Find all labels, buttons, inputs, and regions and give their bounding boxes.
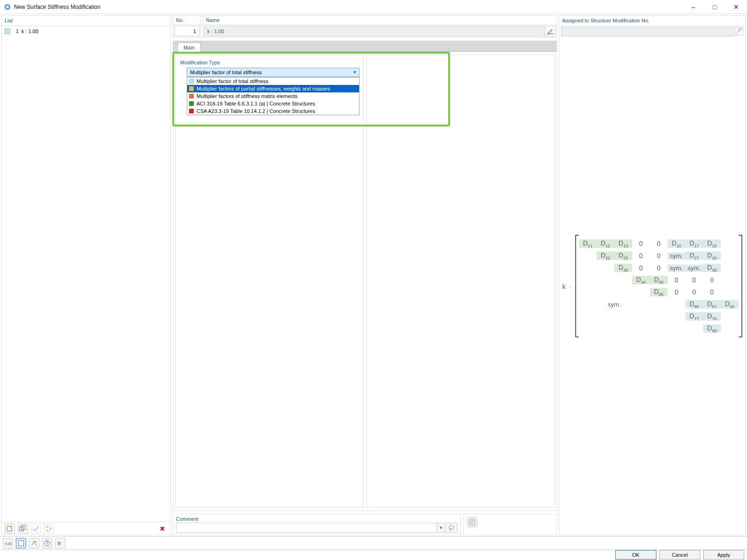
modtype-selected: Multiplier factor of total stiffness — [190, 70, 262, 75]
close-button[interactable]: ✕ — [726, 0, 747, 14]
tab-strip: Main — [173, 41, 557, 52]
list-item-swatch — [5, 28, 10, 34]
comment-dropdown-button[interactable]: ▼ — [437, 523, 445, 533]
svg-rect-9 — [547, 34, 554, 34]
svg-text:0.00: 0.00 — [5, 542, 12, 546]
assigned-panel: Assigned to Structure Modification No. k… — [559, 15, 746, 535]
name-input[interactable]: k : 1.00 — [204, 26, 545, 36]
svg-text:fx: fx — [57, 541, 62, 546]
comment-input[interactable] — [176, 523, 437, 533]
assigned-input[interactable] — [561, 27, 734, 36]
cancel-button[interactable]: Cancel — [659, 550, 700, 560]
assigned-header: Assigned to Structure Modification No. — [559, 16, 745, 26]
list-panel: List 1 k : 1.00 ✖ — [1, 15, 171, 535]
svg-rect-3 — [10, 525, 12, 527]
list-item-text: k : 1.00 — [21, 28, 38, 34]
comment-row: Comment ▼ — [173, 514, 557, 535]
no-label: No. — [173, 16, 200, 25]
new-item-button[interactable] — [5, 524, 15, 534]
chevron-down-icon: ▼ — [353, 70, 357, 75]
no-input[interactable]: 1 — [174, 26, 199, 36]
modtype-dropdown: Multiplier factor of total stiffness Mul… — [187, 77, 359, 115]
right-half-panel — [366, 55, 555, 508]
svg-point-7 — [46, 530, 48, 532]
copy-item-button[interactable] — [18, 524, 28, 534]
option-swatch — [189, 86, 194, 91]
svg-point-1 — [6, 6, 9, 8]
name-edit-button[interactable] — [545, 26, 556, 36]
app-icon — [4, 3, 11, 11]
name-label: Name — [203, 16, 557, 25]
model-button[interactable] — [29, 538, 39, 548]
apply-button[interactable]: Apply — [703, 550, 744, 560]
dialog-buttons: OK Cancel Apply — [0, 550, 747, 560]
name-box: Name k : 1.00 — [203, 15, 557, 38]
comment-extra-button[interactable] — [445, 523, 458, 533]
ok-button[interactable]: OK — [615, 550, 656, 560]
units-button[interactable]: 0.00 — [3, 538, 13, 548]
assigned-pick-button[interactable] — [735, 27, 743, 35]
modtype-option[interactable]: ACI 318-19 Table 6.6.3.1.1 (a) | Concret… — [187, 100, 359, 107]
modtype-combo[interactable]: Multiplier factor of total stiffness ▼ M… — [187, 68, 359, 77]
modtype-option[interactable]: Multiplier factors of stiffness matrix e… — [187, 92, 359, 100]
modtype-option[interactable]: Multiplier factor of total stiffness — [187, 77, 359, 85]
option-swatch — [189, 109, 194, 113]
list-item[interactable]: 1 k : 1.00 — [2, 27, 170, 35]
check-button — [31, 524, 41, 534]
list-toolbar: ✖ — [2, 522, 170, 535]
delete-item-button[interactable]: ✖ — [157, 524, 168, 534]
minimize-button[interactable]: – — [683, 0, 704, 14]
window-title: New Surface Stiffness Modification — [14, 4, 100, 10]
svg-point-6 — [46, 526, 48, 528]
matrix-prefix: k — [562, 282, 566, 290]
comment-side-panel — [464, 514, 557, 535]
tab-body: Modification Type Multiplier factor of t… — [173, 52, 557, 511]
modtype-option[interactable]: Multiplier factors of partial stiffnesse… — [187, 85, 359, 92]
svg-point-8 — [50, 528, 52, 530]
svg-rect-13 — [18, 540, 24, 546]
dialog-footer: 0.00 ? fx OK Cancel Apply — [0, 536, 747, 560]
option-swatch — [189, 101, 194, 106]
svg-text:?: ? — [46, 541, 49, 546]
function-button[interactable]: fx — [55, 538, 65, 548]
tab-main[interactable]: Main — [177, 42, 201, 52]
comment-box: Comment ▼ — [173, 514, 461, 535]
comment-side-button[interactable] — [467, 517, 477, 527]
no-box: No. 1 — [173, 15, 201, 38]
modtype-option[interactable]: CSA A23.3-19 Table 10.14.1.2 | Concrete … — [187, 107, 359, 115]
matrix-preview: k · D11D12D1300D16D17D18 D22D2300sym.D27… — [559, 37, 745, 535]
maximize-button[interactable]: □ — [704, 0, 726, 14]
list-header: List — [2, 16, 170, 26]
comment-label: Comment — [176, 516, 458, 522]
matrix-dot: · — [570, 282, 571, 290]
modtype-section-title: Modification Type — [176, 55, 363, 67]
stiffness-matrix: D11D12D1300D16D17D18 D22D2300sym.D27D28 … — [575, 235, 742, 337]
list-body: 1 k : 1.00 — [2, 26, 170, 522]
svg-point-14 — [35, 541, 36, 543]
assigned-label: Assigned to Structure Modification No. — [562, 18, 649, 23]
view-button[interactable] — [16, 538, 26, 548]
option-swatch — [189, 79, 194, 84]
main-panel: No. 1 Name k : 1.00 Main Modification Ty… — [173, 15, 557, 535]
list-item-index: 1 — [13, 28, 19, 34]
svg-point-10 — [449, 525, 454, 529]
title-bar: New Surface Stiffness Modification – □ ✕ — [0, 0, 747, 14]
help-button[interactable]: ? — [42, 538, 52, 548]
modtype-panel: Modification Type Multiplier factor of t… — [175, 55, 364, 508]
option-swatch — [189, 94, 194, 98]
tree-button — [44, 524, 54, 534]
modtype-combo-display[interactable]: Multiplier factor of total stiffness ▼ — [187, 68, 359, 77]
footer-toolbar: 0.00 ? fx — [0, 537, 747, 550]
